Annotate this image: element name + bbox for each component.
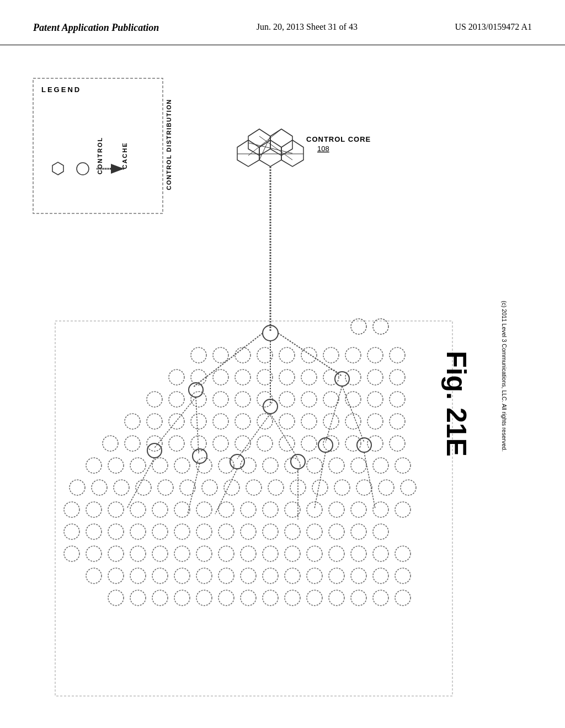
svg-point-23 xyxy=(147,443,162,458)
svg-point-51 xyxy=(323,370,339,385)
svg-point-136 xyxy=(307,502,322,517)
svg-point-130 xyxy=(174,502,190,517)
legend-circle-symbol xyxy=(77,163,89,175)
publication-title: Patent Application Publication xyxy=(33,22,159,34)
svg-point-109 xyxy=(70,480,85,495)
svg-point-25 xyxy=(318,438,333,452)
svg-point-102 xyxy=(263,458,278,473)
svg-point-139 xyxy=(373,502,388,517)
svg-point-119 xyxy=(290,480,306,495)
svg-line-17 xyxy=(154,397,196,448)
svg-point-173 xyxy=(108,568,124,584)
svg-point-144 xyxy=(130,524,146,539)
svg-point-42 xyxy=(367,347,383,363)
svg-point-170 xyxy=(373,546,388,561)
svg-point-190 xyxy=(174,590,190,606)
svg-point-72 xyxy=(235,414,250,429)
copyright-text: (c) 2011 Level 3 Communications, LLC. Al… xyxy=(501,301,508,452)
svg-point-113 xyxy=(158,480,173,495)
svg-point-199 xyxy=(373,590,388,606)
svg-point-49 xyxy=(279,370,295,385)
svg-point-93 xyxy=(390,436,405,451)
svg-point-166 xyxy=(285,546,300,561)
svg-point-71 xyxy=(213,414,228,429)
svg-point-146 xyxy=(174,524,190,539)
svg-line-11 xyxy=(259,136,292,160)
svg-point-80 xyxy=(103,436,118,451)
svg-point-129 xyxy=(152,502,168,517)
svg-point-99 xyxy=(196,458,212,473)
svg-point-61 xyxy=(279,392,295,407)
svg-point-142 xyxy=(86,524,102,539)
figure-label: Fig. 21E xyxy=(441,351,472,457)
svg-point-34 xyxy=(191,347,206,363)
svg-point-121 xyxy=(334,480,350,495)
svg-point-70 xyxy=(191,414,206,429)
svg-point-81 xyxy=(125,436,140,451)
svg-point-191 xyxy=(196,590,212,606)
svg-point-63 xyxy=(323,392,339,407)
dist-node-l2-1 xyxy=(263,399,278,414)
svg-point-198 xyxy=(351,590,366,606)
svg-point-92 xyxy=(367,436,383,451)
svg-point-133 xyxy=(241,502,256,517)
svg-point-41 xyxy=(345,347,361,363)
page-header: Patent Application Publication Jun. 20, … xyxy=(0,0,565,45)
svg-point-40 xyxy=(323,347,339,363)
svg-point-167 xyxy=(307,546,322,561)
svg-point-126 xyxy=(86,502,102,517)
svg-point-141 xyxy=(64,524,79,539)
svg-point-149 xyxy=(241,524,256,539)
svg-point-117 xyxy=(246,480,262,495)
svg-point-182 xyxy=(307,568,322,584)
svg-point-152 xyxy=(307,524,322,539)
svg-point-85 xyxy=(213,436,228,451)
svg-point-192 xyxy=(218,590,234,606)
publication-number: US 2013/0159472 A1 xyxy=(455,22,532,32)
svg-point-158 xyxy=(108,546,124,561)
svg-point-145 xyxy=(152,524,168,539)
svg-point-176 xyxy=(174,568,190,584)
svg-point-164 xyxy=(241,546,256,561)
svg-point-47 xyxy=(235,370,250,385)
svg-point-67 xyxy=(125,414,140,429)
svg-point-105 xyxy=(329,458,344,473)
svg-point-79 xyxy=(390,414,405,429)
svg-point-50 xyxy=(301,370,317,385)
dist-node-l2-3 xyxy=(335,372,349,386)
svg-point-185 xyxy=(373,568,388,584)
svg-point-66 xyxy=(390,392,405,407)
svg-point-169 xyxy=(351,546,366,561)
svg-point-107 xyxy=(373,458,388,473)
svg-point-91 xyxy=(345,436,361,451)
svg-line-32 xyxy=(364,452,375,508)
svg-point-22 xyxy=(291,454,305,469)
svg-point-95 xyxy=(108,458,124,473)
svg-point-177 xyxy=(196,568,212,584)
svg-point-24 xyxy=(193,449,207,463)
svg-point-200 xyxy=(395,590,411,606)
svg-point-187 xyxy=(108,590,124,606)
svg-point-188 xyxy=(130,590,146,606)
svg-point-160 xyxy=(152,546,168,561)
svg-point-159 xyxy=(130,546,146,561)
svg-point-183 xyxy=(329,568,344,584)
svg-point-132 xyxy=(218,502,234,517)
svg-point-87 xyxy=(257,436,273,451)
legend-distribution-label: CONTROL DISTRIBUTION xyxy=(166,99,172,190)
svg-point-156 xyxy=(64,546,79,561)
svg-point-181 xyxy=(285,568,300,584)
svg-point-123 xyxy=(379,480,394,495)
svg-point-52 xyxy=(345,370,361,385)
svg-point-115 xyxy=(202,480,217,495)
svg-point-110 xyxy=(92,480,107,495)
main-content: LEGEND CONTROL CACHE CONTROL DISTRIBUTIO… xyxy=(0,45,565,724)
svg-point-196 xyxy=(307,590,322,606)
diagram-svg: LEGEND CONTROL CACHE CONTROL DISTRIBUTIO… xyxy=(0,45,565,724)
svg-point-195 xyxy=(285,590,300,606)
svg-point-131 xyxy=(196,502,212,517)
svg-point-118 xyxy=(268,480,284,495)
svg-point-153 xyxy=(329,524,344,539)
svg-point-179 xyxy=(241,568,256,584)
svg-point-114 xyxy=(180,480,195,495)
